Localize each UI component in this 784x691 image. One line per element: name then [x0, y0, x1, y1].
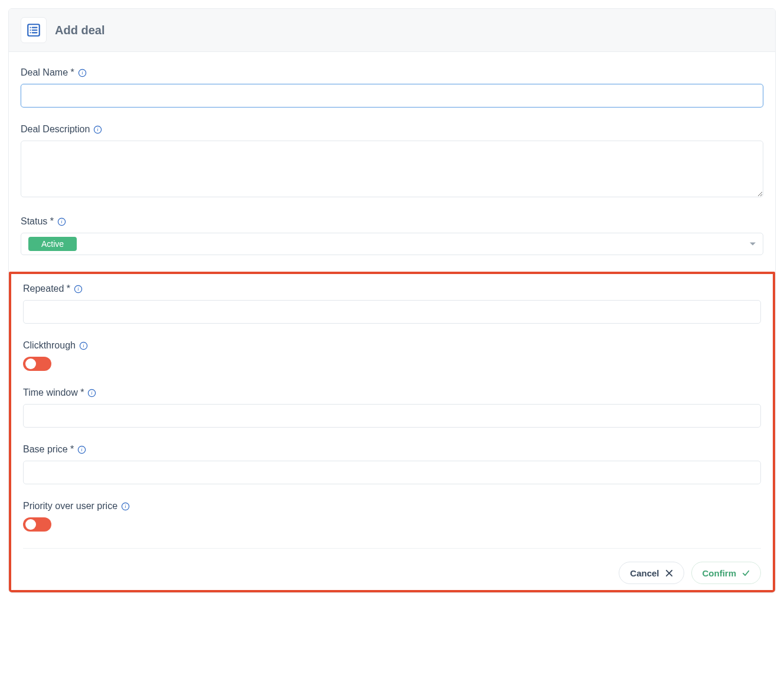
- chevron-down-icon: [750, 243, 756, 246]
- info-icon[interactable]: i: [78, 69, 87, 77]
- repeated-input[interactable]: [23, 300, 761, 324]
- deal-name-label-row: Deal Name * i: [21, 67, 763, 78]
- svg-text:i: i: [77, 286, 79, 292]
- field-priority-over-user-price: Priority over user price i: [23, 501, 761, 532]
- info-icon[interactable]: i: [79, 341, 88, 350]
- info-icon[interactable]: i: [121, 502, 130, 511]
- toggle-knob: [25, 519, 36, 530]
- field-clickthrough: Clickthrough i: [23, 340, 761, 371]
- card-body: Deal Name * i Deal Description i Status …: [9, 52, 775, 592]
- card-header: Add deal: [9, 9, 775, 52]
- info-icon[interactable]: i: [93, 125, 102, 134]
- toggle-knob: [25, 358, 36, 369]
- field-time-window: Time window * i: [23, 387, 761, 428]
- info-icon[interactable]: i: [57, 217, 66, 226]
- svg-text:i: i: [125, 503, 126, 509]
- confirm-button[interactable]: Confirm: [691, 562, 762, 584]
- deal-description-label-row: Deal Description i: [21, 124, 763, 135]
- repeated-label-row: Repeated * i: [23, 283, 761, 294]
- close-icon: [665, 569, 673, 577]
- cancel-button[interactable]: Cancel: [619, 562, 684, 584]
- time-window-label-row: Time window * i: [23, 387, 761, 398]
- status-label-row: Status * i: [21, 216, 763, 227]
- svg-text:i: i: [81, 446, 83, 452]
- repeated-label: Repeated *: [23, 283, 70, 294]
- clickthrough-toggle[interactable]: [23, 357, 51, 371]
- confirm-label: Confirm: [703, 568, 737, 578]
- card-footer: Cancel Confirm: [23, 548, 761, 584]
- status-label: Status *: [21, 216, 54, 227]
- info-icon[interactable]: i: [87, 389, 96, 397]
- time-window-input[interactable]: [23, 404, 761, 428]
- card-title: Add deal: [55, 24, 104, 37]
- priority-label-row: Priority over user price i: [23, 501, 761, 511]
- svg-text:i: i: [81, 70, 83, 76]
- field-deal-description: Deal Description i: [21, 124, 763, 200]
- info-icon[interactable]: i: [77, 445, 86, 454]
- time-window-label: Time window *: [23, 387, 84, 398]
- field-status: Status * i Active: [21, 216, 763, 255]
- clickthrough-label-row: Clickthrough i: [23, 340, 761, 351]
- add-deal-card: Add deal Deal Name * i Deal Description …: [8, 8, 776, 593]
- deal-description-label: Deal Description: [21, 124, 90, 135]
- status-select[interactable]: Active: [21, 233, 763, 255]
- svg-text:i: i: [92, 390, 93, 396]
- priority-label: Priority over user price: [23, 501, 117, 511]
- check-icon: [742, 569, 750, 577]
- base-price-label-row: Base price * i: [23, 444, 761, 455]
- deal-description-input[interactable]: [21, 141, 763, 197]
- base-price-input[interactable]: [23, 461, 761, 484]
- field-base-price: Base price * i: [23, 444, 761, 484]
- field-deal-name: Deal Name * i: [21, 67, 763, 107]
- priority-toggle[interactable]: [23, 517, 51, 532]
- deal-name-input[interactable]: [21, 84, 763, 107]
- clickthrough-label: Clickthrough: [23, 340, 76, 351]
- form-icon: [21, 17, 47, 43]
- status-pill: Active: [28, 237, 77, 251]
- form-sheet-icon: [26, 22, 41, 38]
- cancel-label: Cancel: [630, 568, 659, 578]
- svg-text:i: i: [61, 219, 63, 224]
- svg-text:i: i: [97, 126, 99, 132]
- base-price-label: Base price *: [23, 444, 74, 455]
- deal-name-label: Deal Name *: [21, 67, 74, 78]
- info-icon[interactable]: i: [74, 285, 83, 294]
- svg-text:i: i: [83, 343, 84, 348]
- field-repeated: Repeated * i: [23, 283, 761, 324]
- highlighted-fields-box: Repeated * i Clickthrough i: [9, 272, 775, 592]
